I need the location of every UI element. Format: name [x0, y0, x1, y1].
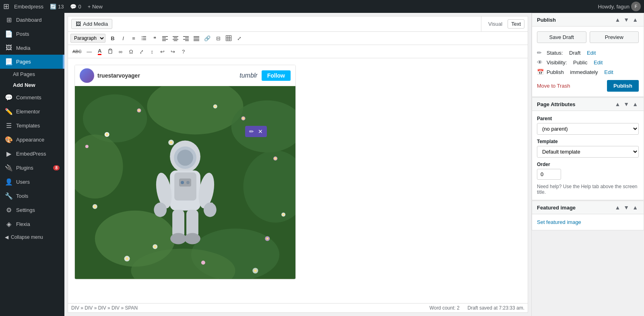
appearance-icon: 🎨	[5, 136, 13, 144]
paste-special-button[interactable]	[105, 47, 115, 56]
parent-select[interactable]: (no parent)	[537, 123, 639, 135]
featured-image-body: Set featured image	[532, 214, 644, 230]
move-to-trash-link[interactable]: Move to Trash	[537, 83, 570, 89]
undo-button[interactable]: ↩	[158, 47, 167, 56]
wp-logo-icon[interactable]: ⊞	[3, 2, 9, 11]
dashboard-icon: ⊞	[5, 16, 13, 24]
strikethrough-button[interactable]: ABC	[70, 47, 84, 56]
publish-timing-edit-link[interactable]: Edit	[604, 69, 613, 75]
sidebar-item-templates[interactable]: ☰ Templates	[0, 119, 64, 133]
justify-button[interactable]	[192, 33, 201, 43]
status-label: Status:	[547, 50, 563, 56]
page-attrs-toggle[interactable]: ▼	[623, 101, 630, 107]
text-color-button[interactable]: A	[95, 47, 105, 56]
paragraph-select[interactable]: Paragraph	[70, 34, 105, 43]
visibility-value: Public	[573, 60, 587, 66]
svg-rect-22	[226, 36, 231, 41]
featured-img-minimize[interactable]: ▲	[632, 204, 639, 211]
follow-button[interactable]: Follow	[262, 70, 291, 81]
svg-point-58	[283, 213, 285, 215]
align-center-button[interactable]	[171, 33, 180, 43]
collapse-menu[interactable]: ◀ Collapse menu	[0, 231, 64, 243]
svg-point-51	[126, 257, 128, 260]
sidebar-item-embedpress[interactable]: ▶ EmbedPress	[0, 147, 64, 161]
sidebar-item-pages[interactable]: 📃 Pages	[0, 55, 64, 69]
sidebar-item-dashboard[interactable]: ⊞ Dashboard	[0, 13, 64, 27]
panel-minimize-button[interactable]: ▲	[632, 16, 639, 23]
bold-button[interactable]: B	[108, 33, 118, 43]
outdent-button[interactable]: ⤤	[137, 47, 147, 56]
avatar[interactable]: F	[631, 2, 641, 11]
redo-button[interactable]: ↪	[168, 47, 178, 56]
sidebar-item-appearance[interactable]: 🎨 Appearance	[0, 133, 64, 147]
horizontal-rule-button[interactable]: —	[85, 47, 94, 56]
sidebar-item-label: Posts	[16, 31, 29, 37]
sidebar-item-posts[interactable]: 📄 Posts	[0, 27, 64, 41]
clear-formatting-button[interactable]: ∞	[116, 47, 126, 56]
sidebar-item-comments[interactable]: 💬 Comments	[0, 90, 64, 105]
sidebar-item-plugins[interactable]: 🔌 Plugins 8	[0, 161, 64, 175]
italic-button[interactable]: I	[118, 33, 128, 43]
svg-rect-17	[185, 41, 189, 41]
blockquote-button[interactable]: ❝	[150, 33, 159, 43]
link-button[interactable]: 🔗	[202, 33, 213, 43]
page-attrs-minimize[interactable]: ▲	[632, 101, 639, 107]
sidebar-item-settings[interactable]: ⚙ Settings	[0, 203, 64, 217]
help-button[interactable]: ?	[179, 47, 188, 56]
adminbar-comments[interactable]: 💬 0	[67, 0, 84, 13]
tab-visual[interactable]: Visual	[485, 19, 506, 29]
set-featured-image-link[interactable]: Set featured image	[537, 219, 581, 225]
sidebar-subitem-add-new[interactable]: Add New	[0, 80, 64, 90]
table-button[interactable]	[224, 33, 233, 43]
more-button[interactable]: ⊟	[213, 33, 223, 43]
save-draft-button[interactable]: Save Draft	[537, 31, 586, 43]
adminbar-site-name[interactable]: Embedpress	[11, 0, 47, 13]
svg-point-61	[201, 261, 205, 265]
status-bar: DIV » DIV » DIV » DIV » SPAN Word count:…	[68, 304, 528, 313]
embed-close-button[interactable]: ✕	[256, 127, 264, 135]
fullscreen-button[interactable]: ⤢	[234, 33, 244, 43]
order-input[interactable]	[537, 169, 561, 180]
panel-collapse-up-button[interactable]: ▲	[614, 16, 621, 23]
sidebar-item-label: Templates	[16, 123, 40, 129]
publish-button[interactable]: Publish	[607, 80, 639, 92]
sidebar-item-flexia[interactable]: ◈ Flexia	[0, 217, 64, 231]
parent-form-row: Parent (no parent)	[537, 116, 639, 135]
svg-rect-6	[162, 36, 168, 37]
ordered-list-button[interactable]	[139, 33, 149, 43]
featured-img-toggle[interactable]: ▼	[623, 204, 630, 211]
sidebar-subitem-all-pages[interactable]: All Pages	[0, 69, 64, 80]
featured-img-collapse-up[interactable]: ▲	[614, 204, 621, 211]
tab-text[interactable]: Text	[508, 19, 524, 29]
tumblr-user-info: truestarvoyager	[80, 68, 140, 83]
svg-rect-15	[185, 38, 189, 39]
visibility-edit-link[interactable]: Edit	[594, 60, 603, 66]
page-attrs-collapse-up[interactable]: ▲	[614, 101, 621, 107]
sidebar-item-label: Settings	[16, 207, 35, 213]
svg-rect-9	[162, 41, 166, 41]
embed-edit-button[interactable]: ✏	[248, 127, 256, 135]
status-edit-link[interactable]: Edit	[587, 50, 596, 56]
align-right-button[interactable]	[181, 33, 191, 43]
adminbar-updates[interactable]: 🔄 13	[47, 0, 67, 13]
adminbar-new[interactable]: + New	[85, 0, 106, 13]
sidebar-item-users[interactable]: 👤 Users	[0, 175, 64, 189]
unordered-list-button[interactable]: ≡	[129, 33, 138, 43]
editor-body[interactable]: ✏ ✕ truestarvoyager	[68, 58, 528, 304]
preview-button[interactable]: Preview	[590, 31, 639, 43]
special-chars-button[interactable]: Ω	[126, 47, 136, 56]
align-left-button[interactable]	[160, 33, 170, 43]
template-form-row: Template Default template	[537, 139, 639, 158]
sidebar-item-tools[interactable]: 🔧 Tools	[0, 189, 64, 203]
svg-rect-21	[194, 41, 199, 41]
sidebar-item-media[interactable]: 🖼 Media	[0, 41, 64, 55]
panel-toggle-button[interactable]: ▼	[623, 16, 630, 23]
add-media-button[interactable]: 🖼 Add Media	[71, 19, 112, 29]
embed-popup: ✏ ✕	[245, 126, 267, 137]
howdy-text: Howdy, fagun	[598, 4, 630, 10]
template-select[interactable]: Default template	[537, 146, 639, 158]
svg-rect-4	[142, 38, 142, 39]
sidebar-item-elementor[interactable]: ✏️ Elementor	[0, 105, 64, 119]
indent-button[interactable]: ↕	[147, 47, 157, 56]
publish-label-row: Publish	[547, 69, 564, 75]
